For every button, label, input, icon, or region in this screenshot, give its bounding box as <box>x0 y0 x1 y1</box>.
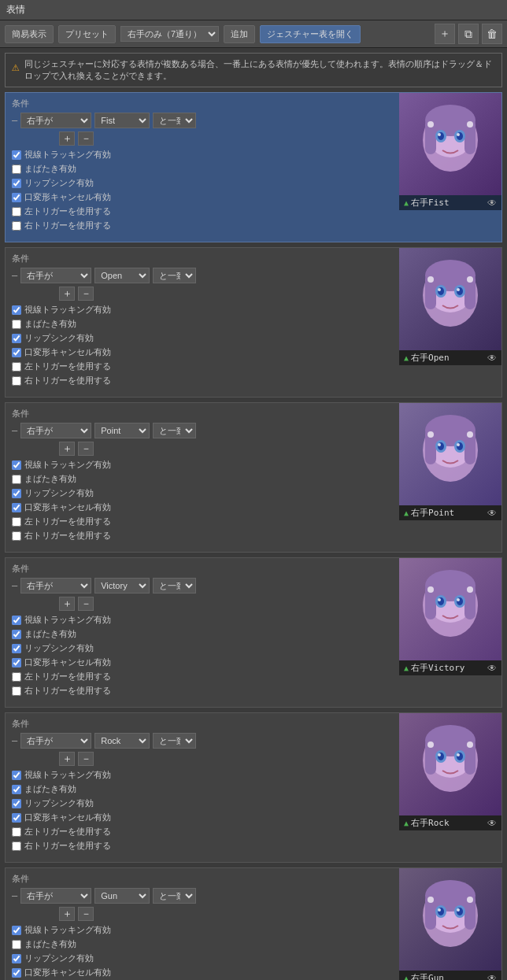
right-trigger-check-rock[interactable] <box>12 841 21 851</box>
gesture-select-open[interactable]: Open <box>94 268 150 283</box>
eye-track-check-open[interactable] <box>12 305 21 315</box>
minus-btn-rock[interactable]: － <box>78 752 94 766</box>
plus-btn-point[interactable]: ＋ <box>59 442 75 456</box>
lip-sync-check-fist[interactable] <box>12 179 21 188</box>
eye-icon-open[interactable]: 👁 <box>487 353 497 364</box>
morph-cancel-row-fist[interactable]: 口変形キャンセル有効 <box>12 191 393 203</box>
left-trigger-row-rock[interactable]: 左トリガーを使用する <box>12 826 393 838</box>
open-table-button[interactable]: ジェスチャー表を開く <box>260 25 361 43</box>
lip-sync-check-victory[interactable] <box>12 644 21 653</box>
eye-icon-fist[interactable]: 👁 <box>487 198 497 209</box>
match-select-point[interactable]: と一致 <box>153 423 196 438</box>
gesture-select-victory[interactable]: Victory <box>94 578 150 594</box>
left-trigger-row-victory[interactable]: 左トリガーを使用する <box>12 671 393 682</box>
left-trigger-row-fist[interactable]: 左トリガーを使用する <box>12 205 393 217</box>
copy-icon-button[interactable]: ⧉ <box>458 24 479 44</box>
minus-btn-point[interactable]: － <box>78 442 94 456</box>
blink-row-fist[interactable]: まばたき有効 <box>12 163 393 175</box>
subject-select-gun[interactable]: 右手が <box>20 888 91 904</box>
eye-icon-point[interactable]: 👁 <box>487 508 497 519</box>
left-trigger-check-victory[interactable] <box>12 672 21 682</box>
add-icon-button[interactable]: ＋ <box>435 24 455 44</box>
morph-cancel-check-rock[interactable] <box>12 813 21 823</box>
plus-btn-open[interactable]: ＋ <box>59 287 75 301</box>
lip-sync-check-rock[interactable] <box>12 799 21 808</box>
left-trigger-check-point[interactable] <box>12 517 21 527</box>
eye-track-row-fist[interactable]: 視線トラッキング有効 <box>12 149 393 161</box>
plus-btn-rock[interactable]: ＋ <box>59 752 75 766</box>
blink-row-gun[interactable]: まばたき有効 <box>12 938 393 950</box>
lip-sync-row-victory[interactable]: リップシンク有効 <box>12 642 393 654</box>
eye-icon-rock[interactable]: 👁 <box>487 818 497 829</box>
eye-track-row-rock[interactable]: 視線トラッキング有効 <box>12 769 393 781</box>
morph-cancel-row-point[interactable]: 口変形キャンセル有効 <box>12 501 393 513</box>
eye-track-row-gun[interactable]: 視線トラッキング有効 <box>12 924 393 936</box>
right-trigger-check-open[interactable] <box>12 376 21 386</box>
match-select-rock[interactable]: と一致 <box>153 733 196 749</box>
plus-btn-gun[interactable]: ＋ <box>59 907 75 921</box>
morph-cancel-check-point[interactable] <box>12 503 21 512</box>
eye-track-check-victory[interactable] <box>12 616 21 625</box>
subject-select-rock[interactable]: 右手が <box>20 733 91 749</box>
blink-check-gun[interactable] <box>12 940 21 949</box>
delete-icon-button[interactable]: 🗑 <box>482 24 502 44</box>
minus-btn-fist[interactable]: － <box>78 131 94 146</box>
morph-cancel-row-gun[interactable]: 口変形キャンセル有効 <box>12 967 393 978</box>
blink-check-fist[interactable] <box>12 165 21 174</box>
minus-btn-gun[interactable]: － <box>78 907 94 921</box>
morph-cancel-check-fist[interactable] <box>12 193 21 202</box>
filter-select[interactable]: 右手のみ（7通り） <box>120 26 219 42</box>
subject-select-open[interactable]: 右手が <box>20 268 91 283</box>
eye-icon-victory[interactable]: 👁 <box>487 663 497 674</box>
simple-view-button[interactable]: 簡易表示 <box>5 25 54 43</box>
subject-select-fist[interactable]: 右手が <box>20 113 91 128</box>
blink-check-point[interactable] <box>12 475 21 484</box>
plus-btn-victory[interactable]: ＋ <box>59 597 75 611</box>
match-select-victory[interactable]: と一致 <box>153 578 196 594</box>
left-trigger-check-open[interactable] <box>12 362 21 372</box>
left-trigger-check-rock[interactable] <box>12 827 21 837</box>
morph-cancel-row-victory[interactable]: 口変形キャンセル有効 <box>12 656 393 668</box>
right-trigger-row-fist[interactable]: 右トリガーを使用する <box>12 220 393 231</box>
match-select-fist[interactable]: と一致 <box>153 113 196 128</box>
gesture-select-gun[interactable]: Gun <box>94 888 150 904</box>
morph-cancel-check-victory[interactable] <box>12 658 21 668</box>
blink-check-rock[interactable] <box>12 785 21 794</box>
lip-sync-row-open[interactable]: リップシンク有効 <box>12 332 393 344</box>
blink-row-victory[interactable]: まばたき有効 <box>12 628 393 640</box>
morph-cancel-row-open[interactable]: 口変形キャンセル有効 <box>12 346 393 358</box>
right-trigger-check-point[interactable] <box>12 531 21 541</box>
subject-select-point[interactable]: 右手が <box>20 423 91 438</box>
blink-row-point[interactable]: まばたき有効 <box>12 473 393 485</box>
subject-select-victory[interactable]: 右手が <box>20 578 91 594</box>
right-trigger-check-fist[interactable] <box>12 221 21 231</box>
lip-sync-check-point[interactable] <box>12 489 21 498</box>
match-select-open[interactable]: と一致 <box>153 268 196 283</box>
right-trigger-check-victory[interactable] <box>12 686 21 696</box>
left-trigger-check-fist[interactable] <box>12 207 21 216</box>
minus-btn-open[interactable]: － <box>78 287 94 301</box>
eye-track-check-gun[interactable] <box>12 926 21 935</box>
lip-sync-row-point[interactable]: リップシンク有効 <box>12 487 393 499</box>
minus-btn-victory[interactable]: － <box>78 597 94 611</box>
eye-icon-gun[interactable]: 👁 <box>487 973 497 981</box>
right-trigger-row-point[interactable]: 右トリガーを使用する <box>12 530 393 542</box>
add-button[interactable]: 追加 <box>224 25 255 43</box>
eye-track-row-victory[interactable]: 視線トラッキング有効 <box>12 614 393 626</box>
eye-track-check-rock[interactable] <box>12 771 21 780</box>
lip-sync-check-gun[interactable] <box>12 954 21 963</box>
gesture-select-rock[interactable]: Rock <box>94 733 150 749</box>
morph-cancel-check-open[interactable] <box>12 348 21 357</box>
eye-track-check-point[interactable] <box>12 460 21 470</box>
blink-row-open[interactable]: まばたき有効 <box>12 318 393 330</box>
eye-track-row-open[interactable]: 視線トラッキング有効 <box>12 304 393 316</box>
blink-check-victory[interactable] <box>12 630 21 639</box>
lip-sync-row-rock[interactable]: リップシンク有効 <box>12 797 393 809</box>
gesture-select-point[interactable]: Point <box>94 423 150 438</box>
gesture-select-fist[interactable]: Fist <box>94 113 150 128</box>
eye-track-check-fist[interactable] <box>12 150 21 160</box>
lip-sync-row-gun[interactable]: リップシンク有効 <box>12 952 393 964</box>
right-trigger-row-victory[interactable]: 右トリガーを使用する <box>12 685 393 697</box>
morph-cancel-row-rock[interactable]: 口変形キャンセル有効 <box>12 812 393 823</box>
right-trigger-row-rock[interactable]: 右トリガーを使用する <box>12 840 393 852</box>
